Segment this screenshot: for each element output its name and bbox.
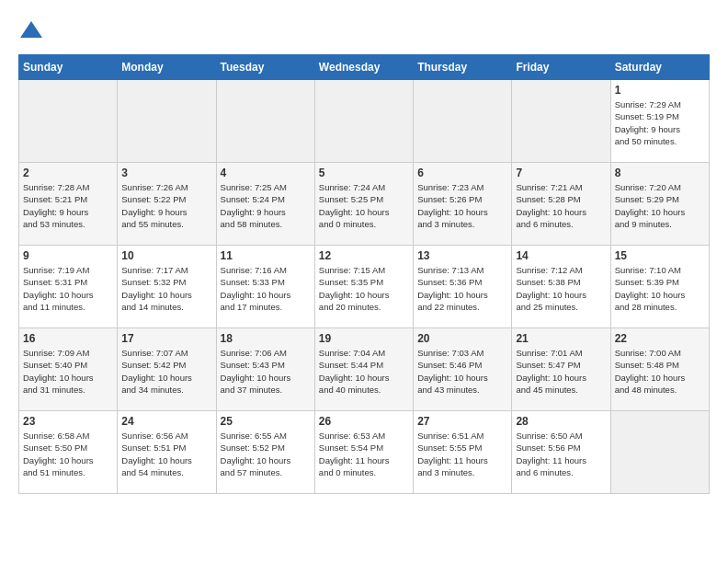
calendar-day-cell: 24Sunrise: 6:56 AM Sunset: 5:51 PM Dayli… [118,411,216,494]
day-info: Sunrise: 6:51 AM Sunset: 5:55 PM Dayligh… [417,430,507,478]
calendar-day-cell: 13Sunrise: 7:13 AM Sunset: 5:36 PM Dayli… [414,246,512,328]
calendar-day-cell: 1Sunrise: 7:29 AM Sunset: 5:19 PM Daylig… [610,80,709,163]
column-header-tuesday: Tuesday [216,55,314,80]
calendar-day-cell: 18Sunrise: 7:06 AM Sunset: 5:43 PM Dayli… [216,328,314,411]
day-number: 23 [23,415,113,428]
calendar-day-cell: 4Sunrise: 7:25 AM Sunset: 5:24 PM Daylig… [216,163,314,246]
day-info: Sunrise: 7:23 AM Sunset: 5:26 PM Dayligh… [417,181,507,230]
svg-marker-0 [20,21,42,38]
calendar-day-cell: 11Sunrise: 7:16 AM Sunset: 5:33 PM Dayli… [216,246,314,328]
calendar-day-cell: 28Sunrise: 6:50 AM Sunset: 5:56 PM Dayli… [512,411,610,494]
day-number: 14 [516,249,606,262]
calendar-day-cell: 20Sunrise: 7:03 AM Sunset: 5:46 PM Dayli… [414,328,512,411]
day-number: 11 [221,249,311,262]
day-info: Sunrise: 7:00 AM Sunset: 5:48 PM Dayligh… [615,347,705,396]
calendar-day-cell: 25Sunrise: 6:55 AM Sunset: 5:52 PM Dayli… [216,411,314,494]
day-number: 7 [516,167,606,179]
calendar-week-row: 23Sunrise: 6:58 AM Sunset: 5:50 PM Dayli… [19,411,710,494]
day-info: Sunrise: 7:17 AM Sunset: 5:32 PM Dayligh… [121,264,211,313]
calendar-day-cell: 3Sunrise: 7:26 AM Sunset: 5:22 PM Daylig… [118,163,216,246]
calendar-day-cell: 26Sunrise: 6:53 AM Sunset: 5:54 PM Dayli… [314,411,413,494]
calendar-day-cell [610,411,709,494]
day-info: Sunrise: 7:09 AM Sunset: 5:40 PM Dayligh… [23,347,113,396]
day-info: Sunrise: 6:56 AM Sunset: 5:51 PM Dayligh… [121,430,211,478]
calendar-day-cell: 15Sunrise: 7:10 AM Sunset: 5:39 PM Dayli… [610,246,709,328]
logo [18,18,42,45]
day-number: 25 [221,415,311,428]
day-info: Sunrise: 7:24 AM Sunset: 5:25 PM Dayligh… [319,181,409,230]
day-info: Sunrise: 7:28 AM Sunset: 5:21 PM Dayligh… [23,181,113,230]
day-number: 2 [23,167,113,179]
calendar-day-cell: 6Sunrise: 7:23 AM Sunset: 5:26 PM Daylig… [414,163,512,246]
calendar-day-cell: 8Sunrise: 7:20 AM Sunset: 5:29 PM Daylig… [610,163,709,246]
calendar-day-cell [118,80,216,163]
column-header-friday: Friday [512,55,610,80]
day-info: Sunrise: 7:20 AM Sunset: 5:29 PM Dayligh… [615,181,705,230]
day-info: Sunrise: 7:21 AM Sunset: 5:28 PM Dayligh… [516,181,606,230]
day-number: 4 [221,167,311,179]
day-number: 18 [221,332,311,345]
calendar-week-row: 16Sunrise: 7:09 AM Sunset: 5:40 PM Dayli… [19,328,710,411]
day-info: Sunrise: 7:06 AM Sunset: 5:43 PM Dayligh… [221,347,311,396]
day-number: 19 [319,332,409,345]
day-info: Sunrise: 7:15 AM Sunset: 5:35 PM Dayligh… [319,264,409,313]
day-number: 5 [319,167,409,179]
calendar-day-cell [216,80,314,163]
calendar-day-cell [19,80,118,163]
calendar-table: SundayMondayTuesdayWednesdayThursdayFrid… [18,54,710,494]
day-number: 3 [121,167,211,179]
day-number: 15 [615,249,705,262]
column-header-wednesday: Wednesday [314,55,413,80]
calendar-day-cell: 23Sunrise: 6:58 AM Sunset: 5:50 PM Dayli… [19,411,118,494]
calendar-day-cell: 22Sunrise: 7:00 AM Sunset: 5:48 PM Dayli… [610,328,709,411]
day-number: 10 [121,249,211,262]
day-info: Sunrise: 7:04 AM Sunset: 5:44 PM Dayligh… [319,347,409,396]
calendar-day-cell: 5Sunrise: 7:24 AM Sunset: 5:25 PM Daylig… [314,163,413,246]
day-number: 9 [23,249,113,262]
calendar-day-cell: 27Sunrise: 6:51 AM Sunset: 5:55 PM Dayli… [414,411,512,494]
calendar-body: 1Sunrise: 7:29 AM Sunset: 5:19 PM Daylig… [19,80,710,494]
calendar-day-cell: 19Sunrise: 7:04 AM Sunset: 5:44 PM Dayli… [314,328,413,411]
calendar-day-cell [414,80,512,163]
calendar-week-row: 1Sunrise: 7:29 AM Sunset: 5:19 PM Daylig… [19,80,710,163]
calendar-header-row: SundayMondayTuesdayWednesdayThursdayFrid… [19,55,710,80]
day-number: 12 [319,249,409,262]
calendar-day-cell: 21Sunrise: 7:01 AM Sunset: 5:47 PM Dayli… [512,328,610,411]
day-number: 20 [417,332,507,345]
day-info: Sunrise: 7:01 AM Sunset: 5:47 PM Dayligh… [516,347,606,396]
calendar-day-cell: 7Sunrise: 7:21 AM Sunset: 5:28 PM Daylig… [512,163,610,246]
day-number: 17 [121,332,211,345]
calendar-week-row: 2Sunrise: 7:28 AM Sunset: 5:21 PM Daylig… [19,163,710,246]
page-header [18,18,710,45]
day-number: 22 [615,332,705,345]
day-info: Sunrise: 7:25 AM Sunset: 5:24 PM Dayligh… [221,181,311,230]
day-info: Sunrise: 6:58 AM Sunset: 5:50 PM Dayligh… [23,430,113,478]
day-number: 27 [417,415,507,428]
calendar-day-cell: 9Sunrise: 7:19 AM Sunset: 5:31 PM Daylig… [19,246,118,328]
column-header-saturday: Saturday [610,55,709,80]
day-number: 13 [417,249,507,262]
day-info: Sunrise: 7:07 AM Sunset: 5:42 PM Dayligh… [121,347,211,396]
calendar-week-row: 9Sunrise: 7:19 AM Sunset: 5:31 PM Daylig… [19,246,710,328]
calendar-day-cell: 10Sunrise: 7:17 AM Sunset: 5:32 PM Dayli… [118,246,216,328]
day-info: Sunrise: 7:16 AM Sunset: 5:33 PM Dayligh… [221,264,311,313]
day-info: Sunrise: 7:12 AM Sunset: 5:38 PM Dayligh… [516,264,606,313]
column-header-thursday: Thursday [414,55,512,80]
calendar-day-cell: 12Sunrise: 7:15 AM Sunset: 5:35 PM Dayli… [314,246,413,328]
day-info: Sunrise: 7:29 AM Sunset: 5:19 PM Dayligh… [615,98,705,147]
day-info: Sunrise: 7:03 AM Sunset: 5:46 PM Dayligh… [417,347,507,396]
calendar-day-cell [314,80,413,163]
logo-icon [20,18,42,40]
calendar-day-cell: 16Sunrise: 7:09 AM Sunset: 5:40 PM Dayli… [19,328,118,411]
day-info: Sunrise: 7:19 AM Sunset: 5:31 PM Dayligh… [23,264,113,313]
day-number: 8 [615,167,705,179]
calendar-day-cell: 14Sunrise: 7:12 AM Sunset: 5:38 PM Dayli… [512,246,610,328]
calendar-day-cell [512,80,610,163]
day-info: Sunrise: 6:53 AM Sunset: 5:54 PM Dayligh… [319,430,409,478]
day-number: 26 [319,415,409,428]
day-number: 16 [23,332,113,345]
day-number: 28 [516,415,606,428]
day-number: 24 [121,415,211,428]
day-number: 1 [615,84,705,97]
day-info: Sunrise: 6:55 AM Sunset: 5:52 PM Dayligh… [221,430,311,478]
